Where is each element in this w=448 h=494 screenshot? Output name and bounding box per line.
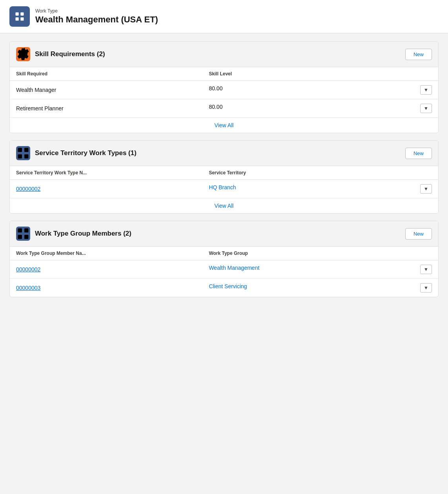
- grid-icon: [16, 146, 30, 160]
- page-icon: [9, 6, 30, 27]
- skill-row-1-dropdown[interactable]: ▼: [420, 85, 432, 95]
- table-row: Wealth Manager 80.00 ▼: [10, 81, 438, 99]
- col-header-stwt-name: Service Territory Work Type N...: [10, 166, 202, 180]
- table-row: 00000002 Wealth Management ▼: [10, 260, 438, 279]
- st-row-1-dropdown[interactable]: ▼: [420, 184, 432, 194]
- header-text: Work Type Wealth Management (USA ET): [35, 8, 158, 25]
- service-territory-header-left: Service Territory Work Types (1): [16, 146, 137, 160]
- service-territory-view-all-link[interactable]: View All: [215, 203, 234, 209]
- table-row: Retirement Planner 80.00 ▼: [10, 99, 438, 118]
- skill-requirements-title: Skill Requirements (2): [35, 50, 105, 58]
- skill-requirements-header-row: Skill Required Skill Level: [10, 67, 438, 81]
- work-type-group-members-header-row: Work Type Group Member Na... Work Type G…: [10, 247, 438, 260]
- svg-rect-5: [24, 148, 29, 152]
- service-territory-table: Service Territory Work Type N... Service…: [10, 166, 438, 213]
- col-header-st: Service Territory: [202, 166, 438, 180]
- skill-row-2-dropdown[interactable]: ▼: [420, 104, 432, 113]
- skill-requirements-icon: [16, 47, 30, 61]
- service-territory-header: Service Territory Work Types (1) New: [10, 141, 438, 166]
- svg-rect-11: [24, 235, 29, 239]
- skill-requirements-view-all-link[interactable]: View All: [215, 122, 234, 128]
- col-header-skill-level: Skill Level: [202, 67, 438, 81]
- svg-rect-2: [16, 17, 19, 20]
- wtg-cell-2: Client Servicing ▼: [202, 279, 438, 297]
- skill-requirements-view-all-cell: View All: [10, 118, 438, 133]
- skill-requirements-section: Skill Requirements (2) New Skill Require…: [9, 41, 439, 133]
- grid-icon-2: [16, 227, 30, 241]
- skill-level-cell-1: 80.00 ▼: [202, 81, 438, 99]
- skill-required-cell-1: Wealth Manager: [10, 81, 202, 99]
- svg-rect-3: [20, 17, 24, 20]
- work-type-group-members-new-button[interactable]: New: [405, 228, 432, 240]
- page-subtitle: Work Type: [35, 8, 158, 14]
- wtg-cell-1: Wealth Management ▼: [202, 260, 438, 279]
- service-territory-new-button[interactable]: New: [405, 148, 432, 159]
- work-type-icon: [14, 11, 25, 22]
- work-type-group-members-title: Work Type Group Members (2): [35, 230, 131, 238]
- work-type-group-members-header: Work Type Group Members (2) New: [10, 221, 438, 247]
- page-title: Wealth Management (USA ET): [35, 15, 158, 25]
- svg-rect-1: [20, 13, 24, 16]
- svg-rect-4: [18, 148, 22, 152]
- svg-rect-9: [24, 229, 29, 233]
- col-header-wtg: Work Type Group: [202, 247, 438, 260]
- wtgm-name-cell-1: 00000002: [10, 260, 202, 279]
- service-territory-view-all-cell: View All: [10, 198, 438, 214]
- wtgm-row-2-dropdown[interactable]: ▼: [420, 283, 432, 293]
- skill-requirements-new-button[interactable]: New: [405, 49, 432, 60]
- work-type-group-members-header-left: Work Type Group Members (2): [16, 227, 131, 241]
- service-territory-icon: [16, 146, 30, 160]
- col-header-wtgm-name: Work Type Group Member Na...: [10, 247, 202, 260]
- svg-rect-8: [18, 229, 22, 233]
- skill-requirements-header: Skill Requirements (2) New: [10, 42, 438, 67]
- svg-rect-7: [24, 154, 29, 159]
- service-territory-view-all-row: View All: [10, 198, 438, 214]
- work-type-group-members-icon: [16, 227, 30, 241]
- skill-requirements-header-left: Skill Requirements (2): [16, 47, 105, 61]
- svg-rect-0: [16, 13, 19, 16]
- wtgm-name-cell-2: 00000003: [10, 279, 202, 297]
- skill-level-cell-2: 80.00 ▼: [202, 99, 438, 118]
- col-header-skill-required: Skill Required: [10, 67, 202, 81]
- work-type-group-members-table: Work Type Group Member Na... Work Type G…: [10, 247, 438, 297]
- table-row: 00000003 Client Servicing ▼: [10, 279, 438, 297]
- st-cell-1: HQ Branch ▼: [202, 180, 438, 198]
- main-content: Skill Requirements (2) New Skill Require…: [0, 33, 448, 305]
- work-type-group-members-section: Work Type Group Members (2) New Work Typ…: [9, 221, 439, 297]
- skill-requirements-table: Skill Required Skill Level Wealth Manage…: [10, 67, 438, 133]
- svg-rect-6: [18, 154, 22, 159]
- svg-rect-10: [18, 235, 22, 239]
- skill-required-cell-2: Retirement Planner: [10, 99, 202, 118]
- wtgm-row-1-dropdown[interactable]: ▼: [420, 265, 432, 274]
- service-territory-work-types-section: Service Territory Work Types (1) New Ser…: [9, 140, 439, 214]
- service-territory-title: Service Territory Work Types (1): [35, 149, 137, 157]
- table-row: 00000002 HQ Branch ▼: [10, 180, 438, 198]
- service-territory-header-row: Service Territory Work Type N... Service…: [10, 166, 438, 180]
- page-header: Work Type Wealth Management (USA ET): [0, 0, 448, 33]
- gear-icon: [16, 47, 30, 61]
- stwt-name-cell-1: 00000002: [10, 180, 202, 198]
- skill-requirements-view-all-row: View All: [10, 118, 438, 133]
